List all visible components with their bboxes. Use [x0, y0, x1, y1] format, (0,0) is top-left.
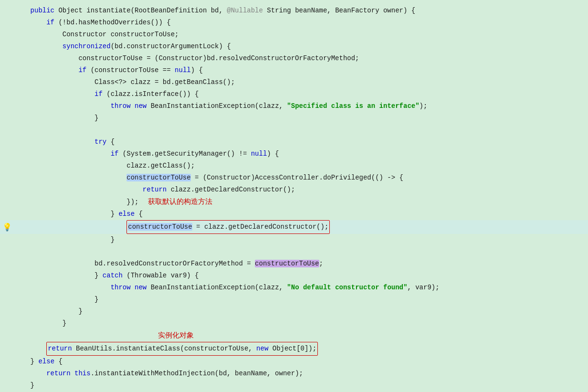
code-line-1: public Object instantiate(RootBeanDefini…: [0, 5, 588, 17]
code-line-2: if (!bd.hasMethodOverrides()) {: [0, 17, 588, 29]
code-line-30: } else {: [0, 356, 588, 368]
code-line-11: [0, 124, 588, 136]
line-content-10: }: [14, 112, 583, 124]
annotation-instantiate: 实例化对象: [158, 331, 194, 339]
line-content-16: return clazz.getDeclaredConstructor();: [14, 184, 583, 196]
line-content-20: }: [14, 234, 583, 246]
line-content-21: [14, 246, 583, 258]
line-content-1: public Object instantiate(RootBeanDefini…: [14, 5, 583, 17]
code-line-23: } catch (Throwable var9) {: [0, 270, 588, 282]
line-content-22: bd.resolvedConstructorOrFactoryMethod = …: [14, 258, 583, 270]
code-line-21: [0, 246, 588, 258]
code-line-13: if (System.getSecurityManager() != null)…: [0, 148, 588, 160]
code-line-22: bd.resolvedConstructorOrFactoryMethod = …: [0, 258, 588, 270]
code-line-10: }: [0, 112, 588, 124]
code-line-27: }: [0, 318, 588, 329]
line-content-24: throw new BeanInstantiationException(cla…: [14, 282, 583, 294]
line-content-29: return BeanUtils.instantiateClass(constr…: [14, 342, 583, 356]
code-line-29: return BeanUtils.instantiateClass(constr…: [0, 342, 588, 356]
code-line-5: constructorToUse = (Constructor)bd.resol…: [0, 53, 588, 64]
line-content-18: } else {: [14, 208, 583, 220]
code-line-28-annotation: 实例化对象: [0, 329, 588, 342]
code-line-20: }: [0, 234, 588, 246]
line-content-13: if (System.getSecurityManager() != null)…: [14, 148, 583, 160]
code-line-31: return this.instantiateWithMethodInjecti…: [0, 368, 588, 380]
bulb-icon[interactable]: 💡: [2, 222, 12, 232]
code-line-12: try {: [0, 136, 588, 148]
code-line-4: synchronized(bd.constructorArgumentLock)…: [0, 41, 588, 53]
line-content-23: } catch (Throwable var9) {: [14, 270, 583, 282]
line-content-26: }: [14, 306, 583, 318]
line-content-12: try {: [14, 136, 583, 148]
line-content-7: Class<?> clazz = bd.getBeanClass();: [14, 76, 583, 88]
line-content-25: }: [14, 294, 583, 306]
code-line-14: clazz.getClass();: [0, 160, 588, 172]
line-content-32: }: [14, 380, 583, 392]
line-content-2: if (!bd.hasMethodOverrides()) {: [14, 17, 583, 29]
code-line-25: }: [0, 294, 588, 306]
line-content-28a: 实例化对象: [14, 329, 583, 342]
annotation-get-constructor: 获取默认的构造方法: [148, 198, 212, 205]
line-content-27: }: [14, 318, 583, 329]
code-line-18: } else {: [0, 208, 588, 220]
line-content-5: constructorToUse = (Constructor)bd.resol…: [14, 53, 583, 64]
code-line-9: throw new BeanInstantiationException(cla…: [0, 100, 588, 112]
line-content-15: constructorToUse = (Constructor)AccessCo…: [14, 172, 583, 184]
line-content-6: if (constructorToUse == null) {: [14, 64, 583, 76]
line-content-11: [14, 124, 583, 136]
line-content-4: synchronized(bd.constructorArgumentLock)…: [14, 41, 583, 53]
code-line-17: });获取默认的构造方法: [0, 196, 588, 208]
code-line-3: Constructor constructorToUse;: [0, 29, 588, 41]
code-line-7: Class<?> clazz = bd.getBeanClass();: [0, 76, 588, 88]
code-line-19: 💡 constructorToUse = clazz.getDeclaredCo…: [0, 220, 588, 234]
gutter-19: 💡: [0, 222, 14, 232]
line-content-9: throw new BeanInstantiationException(cla…: [14, 100, 583, 112]
line-content-31: return this.instantiateWithMethodInjecti…: [14, 368, 583, 380]
code-line-16: return clazz.getDeclaredConstructor();: [0, 184, 588, 196]
code-line-32: }: [0, 380, 588, 392]
line-content-19: constructorToUse = clazz.getDeclaredCons…: [14, 220, 583, 234]
line-content-14: clazz.getClass();: [14, 160, 583, 172]
code-line-15: constructorToUse = (Constructor)AccessCo…: [0, 172, 588, 184]
line-content-30: } else {: [14, 356, 583, 368]
code-line-8: if (clazz.isInterface()) {: [0, 88, 588, 100]
line-content-8: if (clazz.isInterface()) {: [14, 88, 583, 100]
code-line-26: }: [0, 306, 588, 318]
code-line-24: throw new BeanInstantiationException(cla…: [0, 282, 588, 294]
code-line-6: if (constructorToUse == null) {: [0, 64, 588, 76]
line-content-17: });获取默认的构造方法: [14, 196, 583, 208]
code-container: public Object instantiate(RootBeanDefini…: [0, 0, 588, 392]
line-content-3: Constructor constructorToUse;: [14, 29, 583, 41]
